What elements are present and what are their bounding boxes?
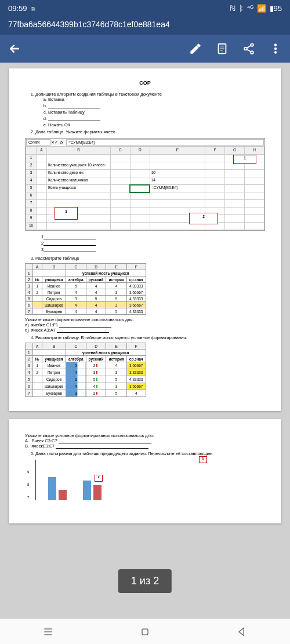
page-2: Укажите какое условное форматирования ис… [9, 419, 281, 523]
page-title: СОР [25, 80, 265, 86]
signal-icon: 📶 [257, 4, 266, 13]
page-indicator: 1 из 2 [118, 569, 172, 593]
answers-1: 1 2 3 [41, 234, 265, 252]
svg-point-9 [274, 44, 277, 46]
nav-bar [0, 618, 290, 644]
question-3b: Укажите какое форматирование использовал… [25, 317, 265, 333]
svg-rect-15 [142, 629, 148, 635]
name-box: СУММ [26, 139, 50, 145]
page-1: СОР Допишите алгоритм создания таблицы в… [9, 68, 281, 411]
svg-rect-0 [219, 44, 226, 54]
back-icon[interactable] [8, 42, 21, 55]
chart: 7 8 9 1 2 [25, 460, 265, 500]
toolbar [0, 35, 290, 63]
nfc-icon: ℕ [230, 4, 235, 13]
formula-bar: =СУММ(E3:E4) [66, 139, 264, 145]
callout-2: 2 [189, 213, 218, 224]
excel-screenshot-1: СУММ ✕ ✓ fx =СУММ(E3:E4) ABCDEFGH12Колич… [25, 138, 265, 231]
q1-item-a: Вставка [48, 97, 265, 102]
address-bar[interactable]: 77fba6a56644399b1c3746d78c1ef0e881ea4 [0, 16, 290, 35]
battery-icon: ▮95 [270, 4, 282, 13]
share-icon[interactable] [242, 42, 255, 55]
table-1: ABCDEF1успевай мость учащихся2№учащиесяа… [25, 263, 146, 315]
question-3: Рассмотрите таблице [35, 256, 265, 261]
q1-item-c: Вставить Таблицу [48, 110, 265, 115]
q1-item-e: Нажать ОК [48, 122, 265, 128]
fx-icon: fx [58, 140, 66, 144]
table-2: ABCDEF1успевай мость учащихся2№учащиесяа… [25, 343, 146, 397]
more-icon[interactable] [269, 42, 282, 55]
read-icon[interactable] [216, 42, 229, 55]
svg-point-10 [274, 48, 277, 50]
whatsapp-icon: ⌾ [31, 4, 35, 13]
callout-1: 1 [233, 155, 256, 164]
callout-3: 3 [55, 207, 78, 220]
svg-line-8 [246, 49, 251, 52]
status-bar: 09:59 ⌾ ℕ ᛒ ⁴ᴳ 📶 ▮95 [0, 0, 290, 16]
svg-line-7 [246, 46, 251, 49]
question-cond: Укажите какое условное форматирования ис… [25, 433, 265, 449]
q1-item-b [48, 103, 265, 108]
svg-point-11 [274, 52, 277, 54]
question-5: Дана гистограмма для таблицы предыдущего… [35, 451, 265, 456]
question-2: Дана таблица. Укажите форматы ячеек [35, 129, 265, 134]
recent-icon[interactable] [42, 626, 54, 638]
bluetooth-icon: ᛒ [239, 4, 244, 13]
network-icon: ⁴ᴳ [247, 4, 253, 13]
nav-back-icon[interactable] [236, 626, 248, 638]
question-1: Допишите алгоритм создания таблицы в тек… [35, 92, 265, 128]
clock: 09:59 [8, 4, 27, 13]
document-viewport[interactable]: СОР Допишите алгоритм создания таблицы в… [0, 63, 290, 619]
edit-icon[interactable] [189, 42, 202, 55]
home-icon[interactable] [139, 626, 151, 638]
question-4: Рассмотрите таблицу. В таблице используе… [35, 335, 265, 340]
q1-item-d [48, 116, 265, 121]
